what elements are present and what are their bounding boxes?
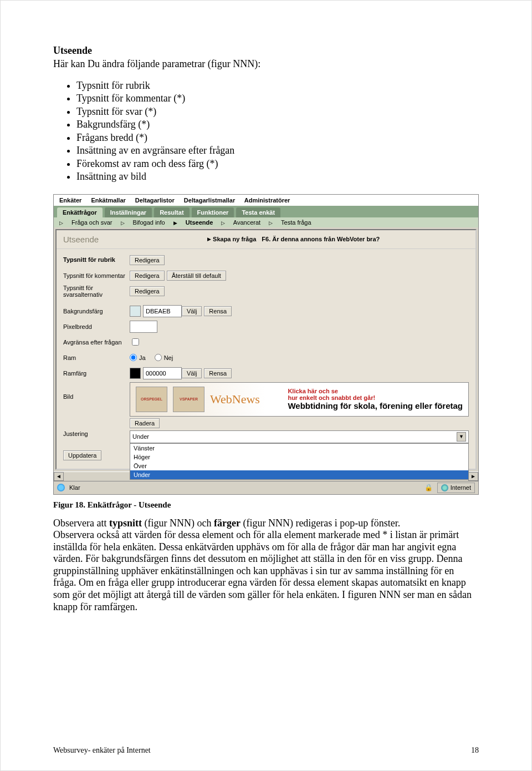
menu-item[interactable]: Enkäter [59, 197, 81, 204]
question-text: F6. Är denna annons från WebVoter bra? [262, 236, 380, 242]
banner-thumb: VSPAPER [173, 387, 204, 412]
tab-testa[interactable]: Testa enkät [236, 207, 280, 217]
rensa-button[interactable]: Rensa [204, 368, 232, 378]
valj-button[interactable]: Välj [182, 368, 202, 378]
embedded-screenshot: Enkäter Enkätmallar Deltagarlistor Delta… [53, 194, 479, 495]
banner-red-text: Klicka här och se [288, 388, 463, 394]
menu-item[interactable]: Deltagarlistmallar [184, 197, 235, 204]
tab-enkatfragor[interactable]: Enkätfrågor [57, 207, 103, 217]
dropdown-option[interactable]: Vänster [130, 444, 468, 453]
new-question-link[interactable]: Skapa ny fråga [213, 236, 256, 242]
dropdown-option[interactable]: Över [130, 461, 468, 470]
color-swatch [130, 368, 141, 379]
list-item: Bakgrundsfärg (*) [76, 118, 479, 131]
label-ram: Ram [63, 354, 130, 361]
scroll-right-icon[interactable]: ► [468, 472, 478, 481]
globe-icon [441, 484, 448, 491]
banner-subtitle: Webbtidning för skola, förening eller fö… [288, 401, 463, 410]
subtab-item[interactable]: Avancerat [233, 219, 260, 226]
subtab-item[interactable]: Bifogad info [133, 219, 165, 226]
section-heading: Utseende [53, 45, 479, 57]
label-typsnitt-rubrik: Typsnitt för rubrik [63, 256, 130, 263]
chevron-down-icon[interactable]: ▼ [457, 432, 466, 442]
bullet-list: Typsnitt för rubrik Typsnitt för komment… [53, 79, 479, 183]
paragraph: Observera också att värden för dessa ele… [53, 529, 479, 613]
ram-nej-label: Nej [164, 354, 173, 361]
list-item: Insättning av bild [76, 170, 479, 183]
subtab-item[interactable]: Fråga och svar [71, 219, 112, 226]
bgcolor-input[interactable] [143, 305, 182, 317]
label-pixelbredd: Pixelbredd [63, 323, 130, 330]
label-typsnitt-kommentar: Typsnitt för kommentar [63, 272, 130, 279]
status-bar: Klar 🔒 Internet [54, 481, 478, 494]
label-avgransa: Avgränsa efter frågan [63, 339, 130, 346]
menu-item[interactable]: Enkätmallar [91, 197, 125, 204]
status-text: Klar [69, 484, 80, 491]
footer-left: Websurvey- enkäter på Internet [53, 746, 151, 755]
panel-header: Utseende ▶ Skapa ny fråga F6. Är denna a… [57, 230, 475, 249]
ie-icon [57, 484, 65, 491]
dropdown-option[interactable]: Höger [130, 453, 468, 461]
ram-nej-radio[interactable] [155, 354, 162, 361]
tab-bar: Enkätfrågor Inställningar Resultat Funkt… [54, 206, 478, 217]
dropdown-option-selected[interactable]: Under [130, 470, 468, 479]
scroll-left-icon[interactable]: ◄ [54, 472, 64, 481]
ramfarg-input[interactable] [143, 367, 182, 379]
zone-indicator: Internet [437, 483, 475, 493]
footer-page-number: 18 [471, 746, 479, 755]
redigera-button[interactable]: Redigera [130, 286, 165, 296]
figure-caption: Figur 18. Enkätfrågor - Utseende [53, 500, 479, 510]
justering-dropdown[interactable]: Under ▼ Vänster Höger Över Under [130, 430, 469, 480]
list-item: Förekomst av ram och dess färg (*) [76, 158, 479, 170]
avgransa-checkbox[interactable] [132, 338, 139, 346]
form-panel: Utseende ▶ Skapa ny fråga F6. Är denna a… [55, 229, 477, 470]
menu-item[interactable]: Administratörer [244, 197, 290, 204]
subtab-item-active[interactable]: Utseende [186, 219, 213, 226]
radera-button[interactable]: Radera [130, 418, 160, 428]
lock-icon: 🔒 [424, 484, 433, 491]
zone-text: Internet [451, 484, 471, 491]
banner-red-text: hur enkelt och snabbt det går! [288, 394, 463, 401]
color-swatch [130, 306, 141, 317]
banner-thumb: ORSPEGEL [136, 387, 167, 412]
main-menu: Enkäter Enkätmallar Deltagarlistor Delta… [54, 195, 478, 206]
ram-ja-radio[interactable] [130, 354, 137, 361]
tab-resultat[interactable]: Resultat [154, 207, 189, 217]
redigera-button[interactable]: Redigera [130, 255, 165, 265]
pixelbredd-input[interactable] [130, 321, 157, 333]
list-item: Typsnitt för kommentar (*) [76, 92, 479, 105]
label-bild: Bild [63, 382, 130, 400]
ram-ja-label: Ja [139, 354, 146, 361]
subtab-item[interactable]: Testa fråga [281, 219, 311, 226]
uppdatera-button[interactable]: Uppdatera [63, 450, 101, 460]
valj-button[interactable]: Välj [182, 306, 202, 316]
tab-installningar[interactable]: Inställningar [105, 207, 152, 217]
banner-title: WebNews [210, 392, 282, 407]
redigera-button[interactable]: Redigera [130, 271, 165, 281]
aterstall-button[interactable]: Återställ till default [167, 271, 226, 281]
label-justering: Justering [63, 430, 130, 437]
tab-funktioner[interactable]: Funktioner [192, 207, 234, 217]
list-item: Typsnitt för rubrik [76, 79, 479, 92]
list-item: Frågans bredd (*) [76, 131, 479, 144]
label-ramfarg: Ramfärg [63, 370, 130, 377]
dropdown-selected: Under [132, 433, 149, 440]
dropdown-list: Vänster Höger Över Under [130, 443, 469, 480]
banner-image[interactable]: ORSPEGEL VSPAPER WebNews Klicka här och … [130, 382, 469, 417]
subtab-bar: ▷ Fråga och svar ▷ Bifogad info ▶ Utseen… [54, 217, 478, 227]
rensa-button[interactable]: Rensa [204, 306, 232, 316]
intro-text: Här kan Du ändra följande parametrar (fi… [53, 58, 479, 70]
label-bakgrundsfarg: Bakgrundsfärg [63, 308, 130, 315]
form-area: Typsnitt för rubrik Redigera Typsnitt fö… [57, 249, 475, 469]
label-typsnitt-svar: Typsnitt för svarsalternativ [63, 285, 130, 298]
paragraph: Observera att typsnitt (figur NNN) och f… [53, 518, 479, 530]
panel-title: Utseende [63, 235, 207, 244]
page-footer: Websurvey- enkäter på Internet 18 [53, 746, 479, 755]
list-item: Typsnitt för svar (*) [76, 105, 479, 118]
list-item: Insättning av en avgränsare efter frågan [76, 144, 479, 157]
menu-item[interactable]: Deltagarlistor [135, 197, 175, 204]
